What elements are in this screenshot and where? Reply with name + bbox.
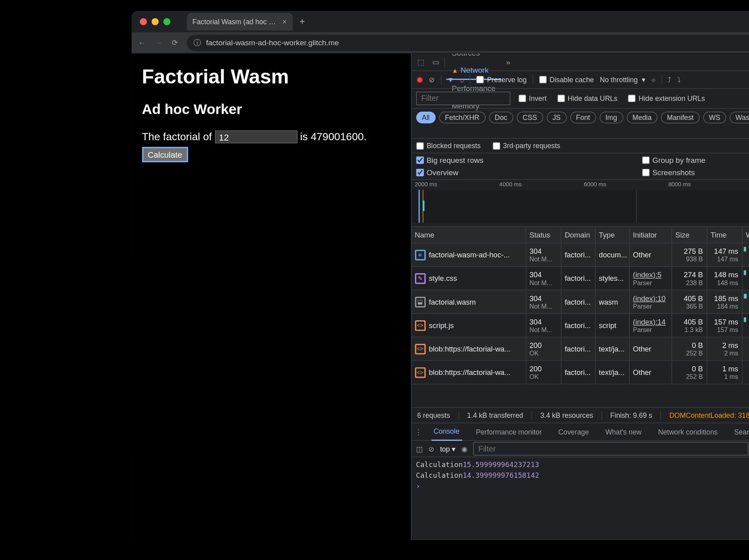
disable-cache-checkbox[interactable]: Disable cache xyxy=(539,75,594,84)
col-size[interactable]: Size xyxy=(672,227,707,243)
request-row[interactable]: <>blob:https://factorial-wa...200OKfacto… xyxy=(411,361,749,384)
page-viewport: Factorial Wasm Ad hoc Worker The factori… xyxy=(131,54,410,540)
type-pill-all[interactable]: All xyxy=(416,112,435,124)
js-file-icon: <> xyxy=(415,320,426,331)
page-h2: Ad hoc Worker xyxy=(142,101,400,117)
col-name[interactable]: Name xyxy=(411,227,526,243)
drawer-menu-icon[interactable]: ⋮ xyxy=(415,428,422,436)
forward-button[interactable]: → xyxy=(154,38,163,47)
drawer-tab-coverage[interactable]: Coverage xyxy=(556,423,591,440)
big-rows-checkbox[interactable]: Big request rows xyxy=(416,156,630,164)
tab-strip: Factorial Wasm (ad hoc Work × + ⌄ xyxy=(131,11,749,32)
network-filter-input[interactable] xyxy=(416,92,510,105)
calculate-button[interactable]: Calculate xyxy=(142,147,188,162)
drawer-tab-performance-monitor[interactable]: Performance monitor xyxy=(474,423,544,440)
console-clear-icon[interactable]: ⊘ xyxy=(428,445,434,453)
table-header: NameStatusDomainTypeInitiatorSizeTimeWat… xyxy=(411,227,749,243)
js-file-icon: <> xyxy=(415,367,426,378)
type-pill-doc[interactable]: Doc xyxy=(489,112,513,124)
console-output[interactable]: Calculation 15.599999964237213script.js:… xyxy=(411,457,749,540)
col-initiator[interactable]: Initiator xyxy=(629,227,672,243)
filter-check-hide-data-urls[interactable]: Hide data URLs xyxy=(557,94,617,102)
site-info-icon[interactable]: ⓘ xyxy=(194,37,201,48)
url-text: factorial-wasm-ad-hoc-worker.glitch.me xyxy=(206,38,339,47)
type-pill-manifest[interactable]: Manifest xyxy=(661,112,700,124)
col-time[interactable]: Time xyxy=(707,227,742,243)
drawer-tab-search[interactable]: Search xyxy=(732,423,749,440)
clear-icon[interactable]: ⊘ xyxy=(429,75,435,84)
console-log-entry: Calculation 14.399999976158142script.js:… xyxy=(416,470,749,481)
drawer-tab-console[interactable]: Console xyxy=(431,423,462,440)
browser-window: Factorial Wasm (ad hoc Work × + ⌄ ← → ⟳ … xyxy=(131,11,749,540)
type-pill-wasm[interactable]: Wasm xyxy=(730,112,749,124)
js-file-icon: <> xyxy=(415,344,426,354)
filter-row: InvertHide data URLsHide extension URLs xyxy=(411,89,749,108)
network-table: NameStatusDomainTypeInitiatorSizeTimeWat… xyxy=(411,227,749,407)
group-frame-checkbox[interactable]: Group by frame xyxy=(642,156,749,164)
execution-context[interactable]: top ▾ xyxy=(440,445,455,453)
request-row[interactable]: ≡factorial-wasm-ad-hoc-...304Not M...fac… xyxy=(411,243,749,267)
check-blocked-requests[interactable]: Blocked requests xyxy=(416,142,481,150)
preserve-log-checkbox[interactable]: Preserve log xyxy=(476,75,526,84)
drawer-tabstrip: ⋮ ConsolePerformance monitorCoverageWhat… xyxy=(411,423,749,440)
reload-button[interactable]: ⟳ xyxy=(170,38,180,47)
request-row[interactable]: ⬓factorial.wasm304Not M...factori...wasm… xyxy=(411,290,749,314)
throttling-select[interactable]: No throttling ▾ xyxy=(600,75,645,84)
col-type[interactable]: Type xyxy=(595,227,629,243)
filter-icon[interactable]: ▼ xyxy=(447,75,454,84)
record-button[interactable] xyxy=(416,76,423,83)
doc-file-icon: ≡ xyxy=(415,249,426,260)
traffic-lights xyxy=(136,18,170,25)
import-har-icon[interactable]: ⤴ xyxy=(668,75,671,84)
browser-tab[interactable]: Factorial Wasm (ad hoc Work × xyxy=(187,13,292,30)
network-conditions-icon[interactable]: ⟐ xyxy=(651,75,655,84)
type-pill-css[interactable]: CSS xyxy=(517,112,543,124)
minimize-window-icon[interactable] xyxy=(151,18,159,25)
request-row[interactable]: <>blob:https://factorial-wa...200OKfacto… xyxy=(411,337,749,361)
network-status-bar: 6 requests 1.4 kB transferred 3.4 kB res… xyxy=(411,407,749,423)
screenshots-checkbox[interactable]: Screenshots xyxy=(642,168,749,177)
type-pill-font[interactable]: Font xyxy=(570,112,596,124)
close-window-icon[interactable] xyxy=(139,18,147,25)
search-icon[interactable]: ⌕ xyxy=(460,75,464,84)
filter-check-hide-extension-urls[interactable]: Hide extension URLs xyxy=(628,94,705,102)
live-expression-icon[interactable]: ◉ xyxy=(461,445,467,453)
device-toolbar-icon[interactable]: ▭ xyxy=(429,58,443,66)
check-3rd-party-requests[interactable]: 3rd-party requests xyxy=(492,142,560,150)
panel-tab-sources[interactable]: Sources xyxy=(446,54,501,62)
console-sidebar-icon[interactable]: ◫ xyxy=(416,445,422,453)
devtools-drawer: ⋮ ConsolePerformance monitorCoverageWhat… xyxy=(411,423,749,540)
type-pill-media[interactable]: Media xyxy=(627,112,658,124)
drawer-tab-what's-new[interactable]: What's new xyxy=(603,423,644,440)
request-row[interactable]: <>script.js304Not M...factori...script(i… xyxy=(411,314,749,337)
new-tab-button[interactable]: + xyxy=(300,16,305,27)
drawer-tab-network-conditions[interactable]: Network conditions xyxy=(656,423,720,440)
tab-close-icon[interactable]: × xyxy=(283,17,286,26)
devtools-panel: ⬚ ▭ ElementsConsoleSources▲NetworkPerfor… xyxy=(410,54,749,540)
back-button[interactable]: ← xyxy=(137,38,147,47)
dcl-label: DOMContentLoaded: 318 ms xyxy=(669,411,749,419)
col-waterfall[interactable]: Waterfall▲ xyxy=(742,227,749,243)
inspect-icon[interactable]: ⬚ xyxy=(414,58,428,66)
col-domain[interactable]: Domain xyxy=(561,227,595,243)
console-filter-input[interactable] xyxy=(473,442,749,456)
css-file-icon: ✎ xyxy=(415,273,426,284)
maximize-window-icon[interactable] xyxy=(163,18,170,25)
console-toolbar: ◫ ⊘ top ▾ ◉ Default levels ▾ 1 Issue: ▪ … xyxy=(411,441,749,457)
type-pill-fetch-xhr[interactable]: Fetch/XHR xyxy=(439,112,485,124)
more-panels-icon[interactable]: » xyxy=(503,58,514,66)
filter-check-invert[interactable]: Invert xyxy=(518,94,546,102)
export-har-icon[interactable]: ⤵ xyxy=(677,75,681,84)
type-pill-img[interactable]: Img xyxy=(600,112,623,124)
url-bar[interactable]: ⓘ factorial-wasm-ad-hoc-worker.glitch.me xyxy=(187,34,749,50)
devtools-tabstrip: ⬚ ▭ ElementsConsoleSources▲NetworkPerfor… xyxy=(411,54,749,71)
request-row[interactable]: ✎style.css304Not M...factori...styles...… xyxy=(411,267,749,290)
factorial-input[interactable] xyxy=(215,130,297,143)
console-prompt[interactable]: › xyxy=(416,481,749,492)
type-pill-js[interactable]: JS xyxy=(546,112,566,124)
tab-title: Factorial Wasm (ad hoc Work xyxy=(192,17,279,26)
type-pill-ws[interactable]: WS xyxy=(703,112,726,124)
col-status[interactable]: Status xyxy=(526,227,561,243)
network-overview[interactable]: 2000 ms4000 ms6000 ms8000 ms10000 ms1200… xyxy=(411,180,749,227)
overview-checkbox[interactable]: Overview xyxy=(416,168,630,177)
